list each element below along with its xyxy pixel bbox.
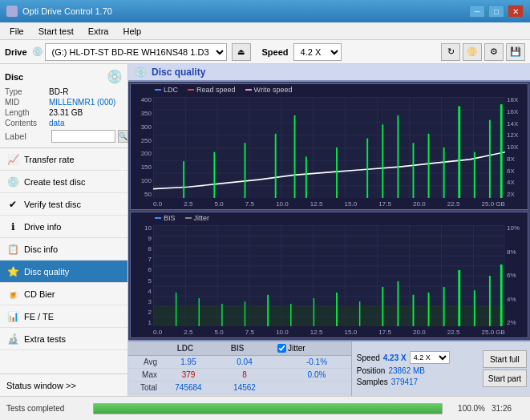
ldc-legend-read: Read speed (196, 86, 236, 94)
col-bis: BIS (213, 344, 261, 353)
disc-icon: 💿 (107, 69, 123, 84)
drive-bar: Drive 💿 (G:) HL-DT-ST BD-RE WH16NS48 1.D… (0, 40, 530, 64)
disc-panel: Disc 💿 Type BD-R MID MILLENMR1 (000) Len… (0, 64, 127, 148)
jitter-label: Jitter (288, 344, 305, 353)
stats-row: LDC BIS Jitter Avg 1.95 0.04 (128, 340, 530, 396)
progress-time: 31:26 (492, 404, 524, 413)
max-jitter: 0.0% (289, 370, 345, 379)
status-window-button[interactable]: Status window >> (0, 374, 127, 396)
disc-info-icon: 📋 (6, 243, 19, 256)
length-val: 23.31 GB (49, 108, 83, 117)
drive-select[interactable]: (G:) HL-DT-ST BD-RE WH16NS48 1.D3 (45, 43, 227, 61)
label-key: Label (5, 131, 49, 141)
position-stat-row: Position 23862 MB (357, 366, 475, 375)
label-browse-button[interactable]: 🔍 (118, 130, 128, 143)
ldc-x-axis: 0.0 2.5 5.0 7.5 10.0 12.5 15.0 17.5 20.0… (153, 198, 505, 209)
ldc-chart-svg (153, 97, 505, 198)
type-key: Type (5, 87, 49, 96)
label-input[interactable] (51, 130, 115, 143)
total-ldc: 745684 (160, 383, 216, 392)
bis-x-axis: 0.0 2.5 5.0 7.5 10.0 12.5 15.0 17.5 20.0… (153, 326, 505, 337)
eject-button[interactable]: ⏏ (232, 43, 251, 61)
sidebar-item-disc-info[interactable]: 📋 Disc info (0, 238, 127, 260)
menu-bar: File Start test Extra Help (0, 22, 530, 40)
samples-label: Samples (357, 378, 388, 386)
speed-stat-select[interactable]: 4.2 X (410, 351, 450, 364)
menu-file[interactable]: File (3, 25, 30, 38)
sidebar-menu: 📈 Transfer rate 💿 Create test disc ✔ Ver… (0, 148, 127, 374)
disc-quality-icon: ⭐ (6, 265, 19, 278)
transfer-rate-icon: 📈 (6, 153, 19, 166)
progress-track (93, 403, 443, 414)
ldc-chart-inner (153, 97, 505, 198)
sidebar-item-create-test-disc[interactable]: 💿 Create test disc (0, 171, 127, 193)
speed-select[interactable]: 4.2 X (293, 43, 342, 61)
speed-stat-value: 4.23 X (383, 353, 407, 362)
minimize-button[interactable]: ─ (469, 5, 485, 18)
sidebar-item-disc-quality[interactable]: ⭐ Disc quality (0, 260, 127, 283)
start-full-button[interactable]: Start full (483, 350, 527, 368)
sidebar-item-extra-tests[interactable]: 🔬 Extra tests (0, 328, 127, 350)
mid-val: MILLENMR1 (000) (49, 98, 115, 107)
bis-y-axis-left: 10 9 8 7 6 5 4 3 2 1 (131, 225, 153, 326)
close-button[interactable]: ✕ (508, 5, 524, 18)
ldc-y-axis-right: 18X 16X 14X 12X 10X 8X 6X 4X 2X (505, 97, 528, 198)
jitter-checkbox-row: Jitter (277, 344, 342, 353)
stat-row-total: Total 745684 14562 (128, 382, 351, 394)
start-buttons-panel: Start full Start part (479, 341, 530, 396)
stat-row-avg: Avg 1.95 0.04 -0.1% (128, 356, 351, 369)
total-label: Total (128, 383, 160, 392)
cd-bier-icon: 🍺 (6, 288, 19, 301)
type-val: BD-R (49, 87, 68, 96)
disc-eject-icon[interactable]: 📀 (463, 43, 482, 61)
disc-quality-header: 💿 Disc quality (128, 64, 530, 82)
app-icon (6, 6, 18, 17)
refresh-icon[interactable]: ↻ (441, 43, 460, 61)
bis-legend-bis: BIS (164, 214, 176, 222)
max-bis: 8 (216, 370, 273, 379)
ldc-legend-ldc: LDC (164, 86, 178, 94)
bis-chart-inner (153, 225, 505, 326)
menu-extra[interactable]: Extra (82, 25, 115, 38)
ldc-legend-write: Write speed (254, 86, 293, 94)
menu-start-test[interactable]: Start test (32, 25, 80, 38)
speed-stat-label: Speed (357, 353, 380, 362)
start-part-button[interactable]: Start part (483, 370, 527, 387)
sidebar-item-transfer-rate[interactable]: 📈 Transfer rate (0, 148, 127, 171)
settings-icon[interactable]: ⚙ (484, 43, 504, 61)
position-label: Position (357, 366, 386, 375)
sidebar-item-drive-info[interactable]: ℹ Drive info (0, 216, 127, 238)
disc-quality-title: Disc quality (152, 67, 205, 78)
avg-ldc: 1.95 (160, 357, 216, 366)
drive-label: Drive (5, 47, 27, 57)
ldc-chart: LDC Read speed Write speed 400 350 300 (130, 83, 528, 210)
samples-stat-row: Samples 379417 (357, 378, 475, 386)
jitter-checkbox[interactable] (277, 344, 286, 353)
maximize-button[interactable]: □ (488, 5, 504, 18)
mid-key: MID (5, 98, 49, 107)
bis-legend: BIS Jitter (155, 214, 209, 222)
sidebar-item-cd-bier[interactable]: 🍺 CD Bier (0, 283, 127, 305)
title-bar: Opti Drive Control 1.70 ─ □ ✕ (0, 0, 530, 22)
save-icon[interactable]: 💾 (506, 43, 525, 61)
sidebar-item-verify-test-disc[interactable]: ✔ Verify test disc (0, 193, 127, 216)
bis-chart: BIS Jitter 10 9 8 7 6 5 4 3 (130, 212, 528, 338)
create-disc-icon: 💿 (6, 176, 19, 188)
menu-help[interactable]: Help (116, 25, 148, 38)
progress-label: Tests completed (6, 404, 87, 413)
speed-stat-row: Speed 4.23 X 4.2 X (357, 351, 475, 364)
speed-label: Speed (262, 47, 289, 57)
charts-area: LDC Read speed Write speed 400 350 300 (128, 82, 530, 340)
extra-tests-icon: 🔬 (6, 333, 19, 345)
stat-row-max: Max 379 8 0.0% (128, 369, 351, 382)
fe-te-icon: 📊 (6, 310, 19, 323)
avg-bis: 0.04 (216, 357, 273, 366)
ldc-y-axis-left: 400 350 300 250 200 150 100 50 (131, 97, 153, 198)
bis-y-axis-right: 10% 8% 6% 4% 2% (505, 225, 528, 326)
verify-disc-icon: ✔ (6, 198, 19, 211)
bis-legend-jitter: Jitter (194, 214, 210, 222)
content-area: 💿 Disc quality LDC Read speed (128, 64, 530, 396)
progress-fill (94, 404, 442, 414)
progress-bar-area: Tests completed 100.0% 31:26 (0, 396, 530, 420)
sidebar-item-fe-te[interactable]: 📊 FE / TE (0, 305, 127, 328)
